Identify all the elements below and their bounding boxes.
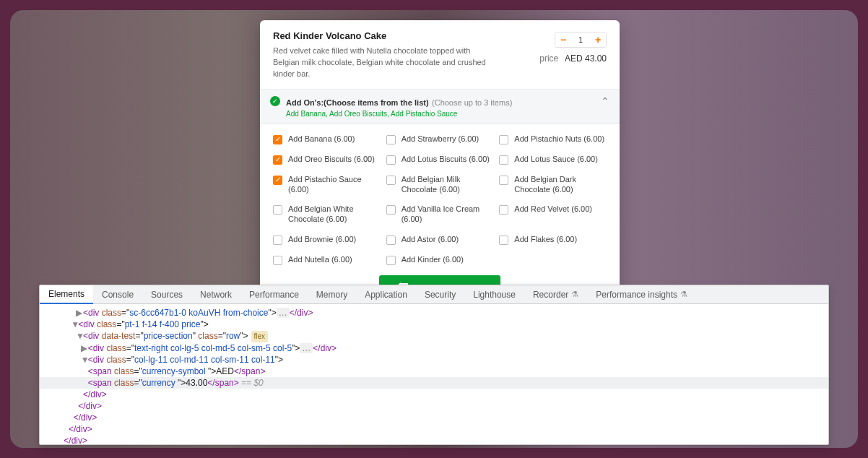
product-title: Red Kinder Volcano Cake <box>273 30 532 41</box>
devtools-tab-performance-insights[interactable]: Performance insights ⚗ <box>587 285 696 304</box>
addons-section-header[interactable]: ✓ Add On's:(Choose items from the list) … <box>260 90 620 124</box>
chevron-up-icon[interactable]: ⌃ <box>601 95 609 107</box>
devtools-tab-security[interactable]: Security <box>416 285 464 304</box>
addon-option-label: Add Lotus Sauce (6.00) <box>514 155 598 165</box>
addon-option[interactable]: Add Pistachio Nuts (6.00) <box>499 134 607 144</box>
code-line[interactable]: </div> <box>40 400 828 412</box>
addon-option-label: Add Flakes (6.00) <box>514 235 577 245</box>
addon-option[interactable]: Add Belgian Dark Chocolate (6.00) <box>499 175 607 195</box>
devtools-tab-elements[interactable]: Elements <box>40 285 93 304</box>
addon-option[interactable]: Add Oreo Biscuits (6.00) <box>273 155 381 165</box>
checkbox-icon[interactable] <box>386 176 396 185</box>
product-modal: Red Kinder Volcano Cake Red velvet cake … <box>260 20 620 314</box>
price-amount: 43.00 <box>585 53 607 64</box>
addon-option[interactable]: Add Pistachio Sauce (6.00) <box>273 175 381 195</box>
code-line[interactable]: ▶<div class="text-right col-lg-5 col-md-… <box>40 342 828 354</box>
code-line[interactable]: </div> <box>40 412 828 423</box>
addon-option-label: Add Strawberry (6.00) <box>402 134 479 144</box>
devtools-tab-application[interactable]: Application <box>356 285 416 304</box>
addon-option-label: Add Belgian Milk Chocolate (6.00) <box>402 175 494 195</box>
checkbox-icon[interactable] <box>273 256 282 265</box>
checkbox-icon[interactable] <box>499 135 508 144</box>
qty-decrease-button[interactable]: − <box>555 32 571 48</box>
addon-option-label: Add Nutella (6.00) <box>288 255 352 265</box>
checkbox-icon[interactable] <box>386 205 396 215</box>
code-line[interactable]: ▼<div class="col-lg-11 col-md-11 col-sm-… <box>40 354 828 366</box>
addon-option[interactable]: Add Astor (6.00) <box>386 235 494 245</box>
flask-icon: ⚗ <box>680 290 687 299</box>
addons-options-grid: Add Banana (6.00)Add Strawberry (6.00)Ad… <box>260 124 620 271</box>
code-line[interactable]: ▶<div class="sc-6cc647b1-0 koAuVH from-c… <box>40 307 828 319</box>
addons-section-hint: (Choose up to 3 items) <box>432 98 512 107</box>
addon-option[interactable]: Add Belgian White Chocolate (6.00) <box>273 204 381 225</box>
checkbox-icon[interactable] <box>273 135 282 144</box>
devtools-tab-recorder[interactable]: Recorder ⚗ <box>524 285 587 304</box>
checkbox-icon[interactable] <box>499 205 508 215</box>
price-currency: AED <box>565 53 583 64</box>
checkbox-icon[interactable] <box>499 236 508 245</box>
addon-option[interactable]: Add Lotus Biscuits (6.00) <box>386 155 494 165</box>
addon-option-label: Add Brownie (6.00) <box>288 235 356 245</box>
addon-option[interactable]: Add Red Velvet (6.00) <box>499 204 607 225</box>
addon-option[interactable]: Add Flakes (6.00) <box>499 235 607 245</box>
addon-option-label: Add Red Velvet (6.00) <box>514 204 592 215</box>
addons-selected-summary: Add Banana, Add Oreo Biscuits, Add Pista… <box>286 110 512 118</box>
addon-option[interactable]: Add Brownie (6.00) <box>273 235 381 245</box>
devtools-elements-tree[interactable]: ▶<div class="sc-6cc647b1-0 koAuVH from-c… <box>40 304 828 444</box>
devtools-panel: ElementsConsoleSourcesNetworkPerformance… <box>39 285 829 445</box>
code-line[interactable]: </div> <box>40 389 828 400</box>
addon-option-label: Add Pistachio Nuts (6.00) <box>514 134 604 144</box>
addons-section-title: Add On's:(Choose items from the list) <box>286 98 429 107</box>
addon-option-label: Add Belgian White Chocolate (6.00) <box>288 204 381 225</box>
addon-option[interactable]: Add Banana (6.00) <box>273 134 381 144</box>
addon-option-label: Add Oreo Biscuits (6.00) <box>288 155 375 165</box>
code-line-selected[interactable]: <span class="currency ">43.00</span> == … <box>40 377 828 389</box>
checkbox-icon[interactable] <box>273 176 282 185</box>
checkbox-icon[interactable] <box>273 236 282 245</box>
quantity-stepper: − 1 + <box>555 32 607 48</box>
addon-option-label: Add Astor (6.00) <box>402 235 459 245</box>
addon-option-label: Add Kinder (6.00) <box>402 255 464 265</box>
code-line[interactable]: ▼<div data-test="price-section" class="r… <box>40 330 828 342</box>
addon-option[interactable]: Add Lotus Sauce (6.00) <box>499 155 607 165</box>
code-line[interactable]: </div> <box>40 435 828 444</box>
checkbox-icon[interactable] <box>386 236 396 245</box>
devtools-tab-memory[interactable]: Memory <box>308 285 356 304</box>
checkbox-icon[interactable] <box>386 256 396 265</box>
check-circle-icon: ✓ <box>270 96 280 106</box>
addon-option-label: Add Belgian Dark Chocolate (6.00) <box>514 175 607 195</box>
price-row: price AED 43.00 <box>539 53 607 64</box>
qty-increase-button[interactable]: + <box>590 32 606 48</box>
addon-option[interactable]: Add Nutella (6.00) <box>273 255 381 265</box>
code-line[interactable]: <span class="currency-symbol ">AED</span… <box>40 366 828 377</box>
devtools-tab-performance[interactable]: Performance <box>240 285 308 304</box>
checkbox-icon[interactable] <box>273 205 282 215</box>
modal-header: Red Kinder Volcano Cake Red velvet cake … <box>260 20 620 90</box>
addon-option-label: Add Banana (6.00) <box>288 134 355 144</box>
addon-option[interactable]: Add Vanilla Ice Cream (6.00) <box>386 204 494 225</box>
code-line[interactable]: ▼<div class="pt-1 f-14 f-400 price"> <box>40 319 828 330</box>
devtools-tab-lighthouse[interactable]: Lighthouse <box>464 285 524 304</box>
price-label: price <box>539 53 558 64</box>
checkbox-icon[interactable] <box>273 155 282 165</box>
addons-section-text: Add On's:(Choose items from the list) (C… <box>286 95 512 118</box>
devtools-tab-sources[interactable]: Sources <box>142 285 191 304</box>
addon-option-label: Add Vanilla Ice Cream (6.00) <box>402 204 494 225</box>
modal-header-left: Red Kinder Volcano Cake Red velvet cake … <box>273 30 532 80</box>
flask-icon: ⚗ <box>571 290 578 299</box>
addon-option[interactable]: Add Belgian Milk Chocolate (6.00) <box>386 175 494 195</box>
code-line[interactable]: </div> <box>40 423 828 435</box>
addon-option[interactable]: Add Strawberry (6.00) <box>386 134 494 144</box>
qty-value: 1 <box>571 35 590 44</box>
addon-option-label: Add Pistachio Sauce (6.00) <box>288 175 381 195</box>
modal-header-right: − 1 + price AED 43.00 <box>539 30 607 80</box>
checkbox-icon[interactable] <box>386 135 396 144</box>
addon-option[interactable]: Add Kinder (6.00) <box>386 255 494 265</box>
devtools-tab-console[interactable]: Console <box>93 285 142 304</box>
checkbox-icon[interactable] <box>386 155 396 165</box>
devtools-tab-network[interactable]: Network <box>191 285 240 304</box>
product-description: Red velvet cake filled with Nutella choc… <box>273 46 490 80</box>
checkbox-icon[interactable] <box>499 155 508 165</box>
addon-option-label: Add Lotus Biscuits (6.00) <box>402 155 490 165</box>
checkbox-icon[interactable] <box>499 176 508 185</box>
